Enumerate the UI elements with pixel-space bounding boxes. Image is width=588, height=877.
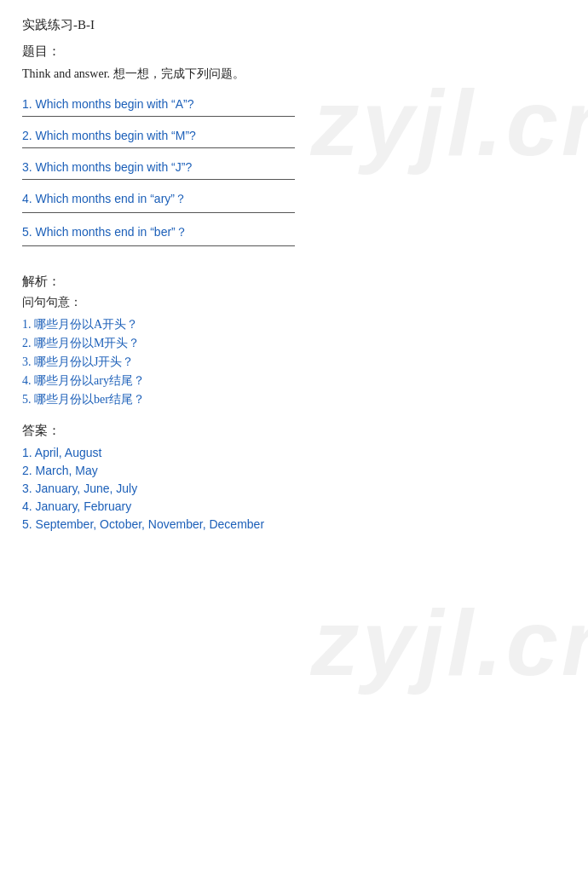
- analysis-items-container: 1. 哪些月份以A开头？ 2. 哪些月份以M开头？ 3. 哪些月份以J开头？ 4…: [22, 317, 566, 407]
- question-2-line: [22, 147, 295, 148]
- question-1-text: 1. Which months begin with “A”?: [22, 97, 566, 111]
- question-5: 5. Which months end in “ber”？: [22, 225, 566, 246]
- analysis-item-2: 2. 哪些月份以M开头？: [22, 336, 566, 351]
- question-5-text: 5. Which months end in “ber”？: [22, 225, 566, 240]
- page-title: 实践练习-B-I: [22, 17, 566, 33]
- answer-item-2: 2. March, May: [22, 464, 566, 477]
- answer-items-container: 1. April, August 2. March, May 3. Januar…: [22, 446, 566, 531]
- analysis-item-3: 3. 哪些月份以J开头？: [22, 355, 566, 370]
- question-3: 3. Which months begin with “J”?: [22, 160, 566, 180]
- analysis-item-5: 5. 哪些月份以ber结尾？: [22, 392, 566, 407]
- question-2: 2. Which months begin with “M”?: [22, 129, 566, 148]
- question-3-text: 3. Which months begin with “J”?: [22, 160, 566, 174]
- question-2-text: 2. Which months begin with “M”?: [22, 129, 566, 142]
- answer-item-1: 1. April, August: [22, 446, 566, 459]
- answer-item-5: 5. September, October, November, Decembe…: [22, 517, 566, 531]
- analysis-label: 解析：: [22, 274, 566, 290]
- questions-container: 1. Which months begin with “A”? 2. Which…: [22, 97, 566, 246]
- question-4-text: 4. Which months end in “ary”？: [22, 192, 566, 207]
- spacer-1: [22, 258, 566, 265]
- answer-item-3: 3. January, June, July: [22, 482, 566, 495]
- answer-item-4: 4. January, February: [22, 499, 566, 513]
- watermark-2: zyjl.cn: [312, 588, 588, 696]
- question-4-line: [22, 212, 295, 213]
- section-label: 题目：: [22, 43, 566, 60]
- analysis-item-1: 1. 哪些月份以A开头？: [22, 317, 566, 332]
- question-3-line: [22, 179, 295, 180]
- analysis-sub-label: 问句句意：: [22, 295, 566, 310]
- analysis-item-4: 4. 哪些月份以ary结尾？: [22, 373, 566, 389]
- question-5-line: [22, 245, 295, 246]
- question-4: 4. Which months end in “ary”？: [22, 192, 566, 213]
- question-1-line: [22, 116, 295, 117]
- answer-label: 答案：: [22, 423, 566, 439]
- question-1: 1. Which months begin with “A”?: [22, 97, 566, 117]
- instruction: Think and answer. 想一想，完成下列问题。: [22, 66, 566, 82]
